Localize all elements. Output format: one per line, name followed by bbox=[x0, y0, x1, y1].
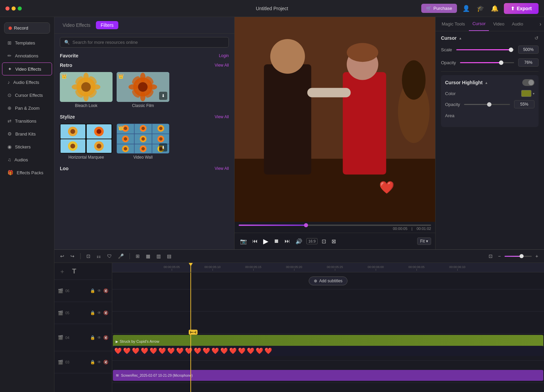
lock-icon-03[interactable]: 🔒 bbox=[90, 360, 95, 364]
effect-card-video-wall[interactable]: 👑 ⬇ Video Wall bbox=[117, 124, 169, 160]
play-button[interactable]: ▶ bbox=[262, 236, 270, 247]
sidebar-item-templates[interactable]: ⊞ Templates bbox=[2, 37, 52, 49]
screenshot-button[interactable]: 📷 bbox=[239, 237, 248, 246]
more-tabs-button[interactable]: › bbox=[540, 21, 541, 27]
zoom-track[interactable] bbox=[505, 256, 532, 257]
split-tool-button[interactable]: ⚏ bbox=[95, 252, 103, 260]
track-row-05[interactable] bbox=[112, 311, 544, 334]
reset-icon[interactable]: ↺ bbox=[534, 35, 539, 41]
export-button[interactable]: ⬆ Export bbox=[504, 3, 539, 14]
purchase-button[interactable]: 🛒 Purchase bbox=[421, 4, 457, 13]
sidebar-item-stickers[interactable]: ◉ Stickers bbox=[2, 141, 52, 153]
sidebar-item-brand-kits[interactable]: ⚙ Brand Kits bbox=[2, 128, 52, 140]
eye-icon-06[interactable]: 👁 bbox=[97, 288, 101, 293]
sidebar-item-audio-effects[interactable]: ♪ Audio Effects bbox=[2, 76, 52, 88]
progress-thumb[interactable] bbox=[304, 223, 308, 227]
download-button[interactable]: ⬇ bbox=[159, 92, 167, 100]
playback-speed-button[interactable]: 16:9 bbox=[306, 238, 318, 244]
playhead[interactable] bbox=[190, 263, 191, 272]
highlight-collapse-icon[interactable]: ▲ bbox=[485, 81, 488, 85]
add-subtitles-button[interactable]: ⊕ Add subtitles bbox=[309, 277, 348, 285]
zoom-in-button[interactable]: + bbox=[534, 252, 540, 260]
minimize-button[interactable] bbox=[12, 6, 16, 11]
redo-button[interactable]: ↪ bbox=[69, 252, 76, 260]
search-input[interactable] bbox=[72, 40, 224, 45]
mute-icon-04[interactable]: 🔇 bbox=[103, 335, 108, 340]
profile-button[interactable]: 👤 bbox=[461, 3, 471, 14]
frame-button[interactable]: ⊞ bbox=[134, 252, 141, 260]
mute-icon-05[interactable]: 🔇 bbox=[103, 310, 108, 315]
volume-button[interactable]: 🔊 bbox=[294, 237, 304, 246]
sidebar-item-effects-packs[interactable]: 🎁 Effects Packs bbox=[2, 166, 52, 179]
layout3-button[interactable]: ▤ bbox=[165, 252, 173, 260]
scale-thumb[interactable] bbox=[509, 48, 513, 52]
eye-icon-05[interactable]: 👁 bbox=[97, 310, 101, 315]
color-chevron-icon[interactable]: ▾ bbox=[533, 92, 534, 95]
opacity-slider[interactable] bbox=[460, 62, 514, 63]
opacity-value[interactable]: 76% bbox=[518, 58, 539, 67]
fit-timeline-button[interactable]: ⊡ bbox=[487, 252, 494, 260]
track-row-04[interactable]: ▶ Struck by Cupid's Arrow ❤️ ❤️ ❤️ ❤️ ❤️ bbox=[112, 334, 544, 361]
scale-slider[interactable] bbox=[456, 49, 514, 50]
lock-icon-05[interactable]: 🔒 bbox=[90, 310, 95, 315]
fit-select[interactable]: Fit ▾ bbox=[417, 237, 431, 245]
track-row-03[interactable]: ≋ ScreenRec_2025-02-07 10-21-29 (Microph… bbox=[112, 361, 544, 383]
login-link[interactable]: Login bbox=[219, 53, 229, 58]
rewind-button[interactable]: ⏮ bbox=[251, 237, 259, 246]
sidebar-item-video-effects[interactable]: ✦ Video Effects bbox=[2, 63, 52, 75]
fast-forward-button[interactable]: ⏭ bbox=[283, 237, 291, 246]
sidebar-item-audios[interactable]: ♫ Audios bbox=[2, 154, 52, 166]
highlight-opacity-thumb[interactable] bbox=[487, 102, 492, 107]
mute-icon-03[interactable]: 🔇 bbox=[103, 360, 108, 364]
retro-view-all[interactable]: View All bbox=[215, 63, 229, 68]
tab-cursor[interactable]: Cursor bbox=[469, 17, 489, 31]
layout1-button[interactable]: ▦ bbox=[144, 252, 152, 260]
tab-filters[interactable]: Filters bbox=[96, 21, 118, 29]
shield-button[interactable]: 🛡 bbox=[105, 252, 114, 260]
download-button[interactable]: ⬇ bbox=[159, 143, 167, 152]
close-button[interactable] bbox=[5, 6, 10, 11]
sidebar-item-transitions[interactable]: ⇄ Transitions bbox=[2, 115, 52, 127]
collapse-icon[interactable]: ▲ bbox=[459, 36, 462, 40]
effect-card-bleach-look[interactable]: 👑 Bleach Look bbox=[60, 72, 113, 108]
scale-value[interactable]: 500% bbox=[518, 46, 539, 54]
tab-video-effects[interactable]: Video Effects bbox=[60, 21, 93, 29]
hearts-clip[interactable]: ❤️ ❤️ ❤️ ❤️ ❤️ ❤️ ❤️ ❤️ ❤️ ❤️ bbox=[113, 346, 543, 356]
progress-track[interactable] bbox=[239, 225, 431, 226]
sidebar-item-pan-zoom[interactable]: ⊕ Pan & Zoom bbox=[2, 102, 52, 114]
highlight-toggle[interactable] bbox=[522, 79, 534, 86]
grid-button[interactable]: ⊡ bbox=[320, 237, 327, 246]
layout2-button[interactable]: ▥ bbox=[155, 252, 163, 260]
zoom-thumb[interactable] bbox=[520, 254, 524, 258]
record-button[interactable]: Record bbox=[4, 22, 50, 34]
effect-card-horizontal-marquee[interactable]: Horizontal Marquee bbox=[60, 124, 113, 160]
crop-tool-button[interactable]: ⊡ bbox=[85, 252, 92, 260]
undo-button[interactable]: ↩ bbox=[58, 252, 66, 260]
maximize-button[interactable] bbox=[18, 6, 22, 11]
eye-icon-03[interactable]: 👁 bbox=[97, 360, 101, 364]
tab-magic-tools[interactable]: Magic Tools bbox=[438, 17, 468, 31]
tab-video[interactable]: Video bbox=[490, 17, 508, 31]
add-track-button[interactable]: ＋ bbox=[58, 266, 67, 277]
sidebar-item-cursor-effects[interactable]: ⊙ Cursor Effects bbox=[2, 89, 52, 101]
stylize-view-all[interactable]: View All bbox=[215, 114, 229, 119]
eye-icon-04[interactable]: 👁 bbox=[97, 335, 101, 340]
graduation-button[interactable]: 🎓 bbox=[475, 3, 486, 14]
mute-icon-06[interactable]: 🔇 bbox=[103, 288, 108, 293]
sidebar-item-annotations[interactable]: ✏ Annotations bbox=[2, 50, 52, 62]
opacity-thumb[interactable] bbox=[499, 60, 503, 65]
highlight-opacity-slider[interactable] bbox=[464, 104, 510, 105]
audio-clip[interactable]: ≋ ScreenRec_2025-02-07 10-21-29 (Microph… bbox=[113, 370, 543, 381]
loo-view-all[interactable]: View All bbox=[215, 166, 229, 171]
lock-icon-06[interactable]: 🔒 bbox=[90, 288, 95, 293]
highlight-opacity-value[interactable]: 55% bbox=[514, 100, 534, 108]
crop-button[interactable]: ⊠ bbox=[330, 237, 337, 246]
notification-button[interactable]: 🔔 bbox=[490, 3, 500, 14]
effect-card-classic-film[interactable]: 👑 ⬇ Classic Film bbox=[117, 72, 169, 108]
lock-icon-04[interactable]: 🔒 bbox=[90, 335, 95, 340]
color-swatch[interactable] bbox=[521, 90, 531, 97]
track-row-06[interactable] bbox=[112, 289, 544, 311]
mic-button[interactable]: 🎤 bbox=[116, 252, 125, 260]
stop-button[interactable]: ⏹ bbox=[272, 237, 280, 246]
zoom-out-button[interactable]: − bbox=[496, 252, 503, 260]
